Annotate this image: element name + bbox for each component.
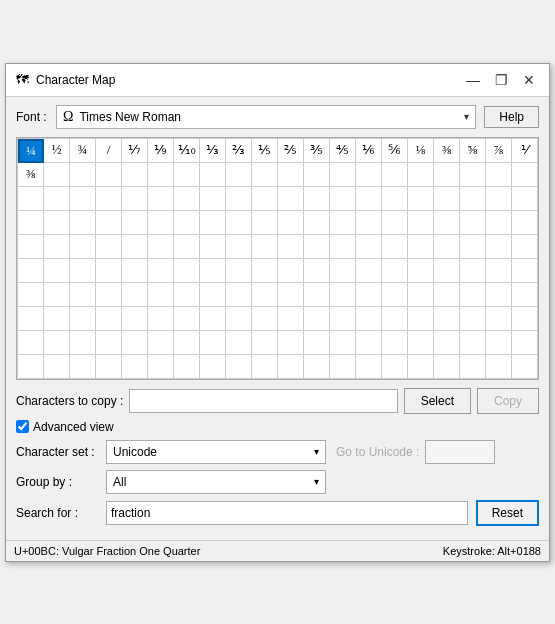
char-cell[interactable]: ⅓ (200, 139, 226, 163)
char-cell-empty (174, 259, 200, 283)
char-cell-empty (18, 211, 44, 235)
char-cell-empty (434, 259, 460, 283)
char-cell-empty (486, 235, 512, 259)
char-cell (278, 163, 304, 187)
char-cell-empty (434, 307, 460, 331)
search-input[interactable] (106, 501, 468, 525)
char-cell-empty (226, 283, 252, 307)
char-cell-empty (226, 187, 252, 211)
char-cell-empty (434, 235, 460, 259)
char-cell[interactable]: ¼ (18, 139, 44, 163)
character-grid-container: ¼½¾/⅐⅑⅒⅓⅔⅕⅖⅗⅘⅙⅚⅛⅜⅝⅞⅟⅜ (16, 137, 539, 380)
char-cell-empty (44, 235, 70, 259)
restore-button[interactable]: ❐ (489, 70, 513, 90)
char-cell-empty (96, 235, 122, 259)
char-cell-empty (408, 187, 434, 211)
chars-to-copy-input[interactable] (129, 389, 397, 413)
font-row: Font : Ω Times New Roman ▾ Help (16, 105, 539, 129)
char-cell-empty (200, 355, 226, 379)
char-cell[interactable]: ⅒ (174, 139, 200, 163)
char-cell-empty (148, 259, 174, 283)
char-cell-empty (96, 211, 122, 235)
char-cell-empty (512, 187, 538, 211)
char-cell[interactable]: ⅘ (330, 139, 356, 163)
char-cell (174, 163, 200, 187)
char-cell[interactable]: ⅟ (512, 139, 538, 163)
char-cell[interactable]: ⅑ (148, 139, 174, 163)
char-cell[interactable]: ⅞ (486, 139, 512, 163)
char-cell-empty (148, 211, 174, 235)
advanced-view-checkbox[interactable] (16, 420, 29, 433)
char-cell[interactable]: ⅜ (18, 163, 44, 187)
char-cell-empty (226, 307, 252, 331)
char-cell-empty (200, 331, 226, 355)
char-cell-empty (330, 211, 356, 235)
character-set-arrow: ▾ (314, 446, 319, 457)
group-by-label: Group by : (16, 475, 106, 489)
char-cell[interactable]: ⅜ (434, 139, 460, 163)
char-cell-empty (18, 283, 44, 307)
copy-button[interactable]: Copy (477, 388, 539, 414)
char-cell-empty (382, 307, 408, 331)
char-cell-empty (460, 331, 486, 355)
char-cell[interactable]: ⅐ (122, 139, 148, 163)
font-dropdown[interactable]: Ω Times New Roman ▾ (56, 105, 476, 129)
char-cell-empty (278, 211, 304, 235)
font-omega-icon: Ω (63, 109, 73, 125)
char-cell[interactable]: / (96, 139, 122, 163)
char-cell-empty (278, 235, 304, 259)
char-cell-empty (512, 211, 538, 235)
char-cell-empty (434, 283, 460, 307)
char-cell-empty (460, 235, 486, 259)
char-cell (200, 163, 226, 187)
char-cell-empty (200, 283, 226, 307)
char-cell[interactable]: ⅚ (382, 139, 408, 163)
char-cell[interactable]: ⅔ (226, 139, 252, 163)
char-cell-empty (122, 211, 148, 235)
char-cell-empty (486, 355, 512, 379)
char-cell-empty (512, 283, 538, 307)
char-cell-empty (18, 235, 44, 259)
char-cell-empty (44, 211, 70, 235)
char-cell[interactable]: ½ (44, 139, 70, 163)
char-cell-empty (200, 259, 226, 283)
char-cell-empty (44, 283, 70, 307)
char-cell[interactable]: ⅛ (408, 139, 434, 163)
char-cell-empty (408, 235, 434, 259)
char-cell-empty (356, 283, 382, 307)
char-cell[interactable]: ⅖ (278, 139, 304, 163)
char-cell-empty (18, 307, 44, 331)
char-cell-empty (434, 187, 460, 211)
char-cell-empty (122, 235, 148, 259)
char-cell-empty (512, 235, 538, 259)
char-cell-empty (460, 211, 486, 235)
font-value: Times New Roman (79, 110, 458, 124)
advanced-view-row: Advanced view (16, 420, 539, 434)
char-cell (304, 163, 330, 187)
char-cell[interactable]: ⅝ (460, 139, 486, 163)
char-cell[interactable]: ¾ (70, 139, 96, 163)
char-cell-empty (148, 235, 174, 259)
char-cell[interactable]: ⅕ (252, 139, 278, 163)
char-cell-empty (200, 235, 226, 259)
search-label: Search for : (16, 506, 106, 520)
window-title: Character Map (36, 73, 461, 87)
char-cell (96, 163, 122, 187)
goto-unicode-input[interactable] (425, 440, 495, 464)
char-cell-empty (174, 211, 200, 235)
char-cell-empty (122, 307, 148, 331)
select-button[interactable]: Select (404, 388, 471, 414)
help-button[interactable]: Help (484, 106, 539, 128)
reset-button[interactable]: Reset (476, 500, 539, 526)
close-button[interactable]: ✕ (517, 70, 541, 90)
group-by-dropdown[interactable]: All ▾ (106, 470, 326, 494)
char-cell (356, 163, 382, 187)
minimize-button[interactable]: — (461, 70, 485, 90)
char-cell[interactable]: ⅗ (304, 139, 330, 163)
character-set-dropdown[interactable]: Unicode ▾ (106, 440, 326, 464)
char-cell-empty (408, 307, 434, 331)
char-cell-empty (148, 355, 174, 379)
char-cell-empty (96, 283, 122, 307)
advanced-view-label[interactable]: Advanced view (16, 420, 114, 434)
char-cell[interactable]: ⅙ (356, 139, 382, 163)
